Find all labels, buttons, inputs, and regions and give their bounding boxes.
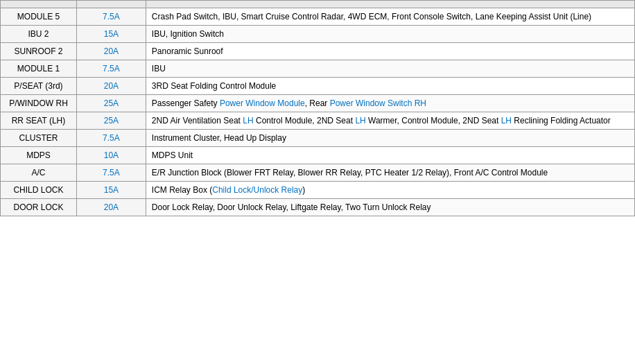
fuse-rating-cell: 15A <box>76 26 146 43</box>
col-header-protected-component <box>146 1 634 8</box>
component-cell: IBU, Ignition Switch <box>146 26 634 43</box>
table-row: IBU 215AIBU, Ignition Switch <box>1 26 635 43</box>
component-cell: E/R Junction Block (Blower FRT Relay, Bl… <box>146 164 634 182</box>
fuse-rating-cell: 7.5A <box>76 8 146 26</box>
fuse-name-cell: CLUSTER <box>1 130 77 147</box>
component-cell: Passenger Safety Power Window Module, Re… <box>146 95 634 112</box>
fuse-name-cell: MODULE 1 <box>1 60 77 78</box>
fuse-name-cell: SUNROOF 2 <box>1 43 77 60</box>
fuse-rating-cell: 15A <box>76 182 146 199</box>
fuse-name-cell: A/C <box>1 164 77 182</box>
component-cell: Crash Pad Switch, IBU, Smart Cruise Cont… <box>146 8 634 26</box>
fuse-name-cell: RR SEAT (LH) <box>1 112 77 130</box>
fuse-name-cell: MODULE 5 <box>1 8 77 26</box>
component-cell: ICM Relay Box (Child Lock/Unlock Relay) <box>146 182 634 199</box>
component-cell: Door Lock Relay, Door Unlock Relay, Lift… <box>146 199 634 216</box>
table-row: P/WINDOW RH25APassenger Safety Power Win… <box>1 95 635 112</box>
fuse-rating-cell: 20A <box>76 43 146 60</box>
fuse-rating-cell: 20A <box>76 78 146 95</box>
table-row: CHILD LOCK15AICM Relay Box (Child Lock/U… <box>1 182 635 199</box>
table-row: CLUSTER7.5AInstrument Cluster, Head Up D… <box>1 130 635 147</box>
fuse-rating-cell: 25A <box>76 112 146 130</box>
fuse-name-cell: P/WINDOW RH <box>1 95 77 112</box>
table-row: RR SEAT (LH)25A2ND Air Ventilation Seat … <box>1 112 635 130</box>
fuse-table: MODULE 57.5ACrash Pad Switch, IBU, Smart… <box>0 0 635 216</box>
fuse-rating-cell: 7.5A <box>76 130 146 147</box>
table-row: MODULE 57.5ACrash Pad Switch, IBU, Smart… <box>1 8 635 26</box>
component-cell: Instrument Cluster, Head Up Display <box>146 130 634 147</box>
fuse-name-cell: CHILD LOCK <box>1 182 77 199</box>
table-row: P/SEAT (3rd)20A3RD Seat Folding Control … <box>1 78 635 95</box>
table-row: A/C7.5AE/R Junction Block (Blower FRT Re… <box>1 164 635 182</box>
fuse-name-cell: P/SEAT (3rd) <box>1 78 77 95</box>
table-row: MODULE 17.5AIBU <box>1 60 635 78</box>
fuse-rating-cell: 7.5A <box>76 60 146 78</box>
fuse-name-cell: MDPS <box>1 147 77 164</box>
component-cell: 2ND Air Ventilation Seat LH Control Modu… <box>146 112 634 130</box>
fuse-name-cell: IBU 2 <box>1 26 77 43</box>
col-header-fuse-rating <box>76 1 146 8</box>
fuse-rating-cell: 10A <box>76 147 146 164</box>
fuse-rating-cell: 20A <box>76 199 146 216</box>
table-row: MDPS10AMDPS Unit <box>1 147 635 164</box>
component-cell: IBU <box>146 60 634 78</box>
col-header-fuse-name <box>1 1 77 8</box>
fuse-rating-cell: 7.5A <box>76 164 146 182</box>
fuse-name-cell: DOOR LOCK <box>1 199 77 216</box>
table-row: SUNROOF 220APanoramic Sunroof <box>1 43 635 60</box>
component-cell: 3RD Seat Folding Control Module <box>146 78 634 95</box>
component-cell: MDPS Unit <box>146 147 634 164</box>
table-row: DOOR LOCK20ADoor Lock Relay, Door Unlock… <box>1 199 635 216</box>
fuse-rating-cell: 25A <box>76 95 146 112</box>
component-cell: Panoramic Sunroof <box>146 43 634 60</box>
